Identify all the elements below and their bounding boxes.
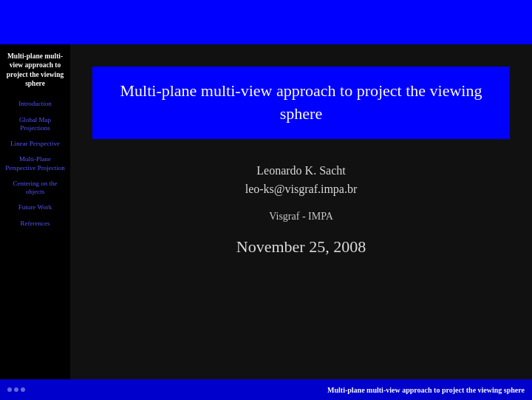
institution: Visgraf - IMPA: [269, 211, 333, 223]
sidebar-item-introduction[interactable]: Introduction: [4, 100, 66, 108]
bottom-bar-left: [7, 387, 327, 392]
title-box: Multi-plane multi-view approach to proje…: [92, 67, 510, 139]
sidebar-title: Multi-plane multi-view approach to proje…: [4, 52, 66, 88]
presentation-date: November 25, 2008: [236, 237, 366, 257]
sidebar-item-multi-plane[interactable]: Multi-Plane Perspective Projection: [4, 155, 66, 172]
top-bar: [0, 0, 532, 44]
nav-dot-2: [14, 387, 18, 392]
nav-dots: [7, 387, 25, 392]
author-info: Leonardo K. Sacht leo-ks@visgraf.impa.br: [245, 161, 358, 199]
author-email: leo-ks@visgraf.impa.br: [245, 180, 358, 199]
sidebar: Multi-plane multi-view approach to proje…: [0, 44, 70, 379]
bottom-bar-text: Multi-plane multi-view approach to proje…: [327, 386, 525, 394]
sidebar-item-centering[interactable]: Centering on the objects: [4, 180, 66, 197]
content-area: Multi-plane multi-view approach to proje…: [70, 44, 532, 379]
nav-dot-3: [21, 387, 25, 392]
main-area: Multi-plane multi-view approach to proje…: [0, 44, 532, 379]
nav-dot-1: [7, 387, 12, 392]
sidebar-item-global-map-projections[interactable]: Global Map Projections: [4, 116, 66, 133]
bottom-bar: Multi-plane multi-view approach to proje…: [0, 379, 532, 400]
sidebar-item-references[interactable]: References: [4, 220, 66, 228]
author-name: Leonardo K. Sacht: [245, 161, 358, 180]
sidebar-item-future-work[interactable]: Future Work: [4, 203, 66, 211]
presentation-title: Multi-plane multi-view approach to proje…: [115, 80, 488, 126]
sidebar-item-linear-perspective[interactable]: Linear Perspective: [4, 140, 66, 148]
